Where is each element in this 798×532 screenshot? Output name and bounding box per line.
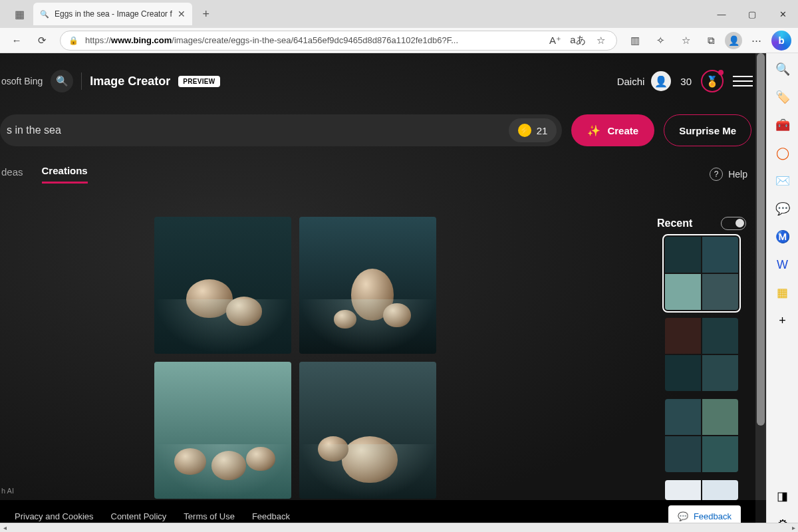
address-bar[interactable]: 🔒 https://www.bing.com/images/create/egg… xyxy=(60,31,617,51)
back-button[interactable]: ← xyxy=(5,29,28,52)
recent-set[interactable] xyxy=(665,480,738,500)
prompt-input[interactable] xyxy=(7,124,509,136)
rewards-icon[interactable]: 🏅 xyxy=(701,70,724,92)
tab-creations[interactable]: Creations xyxy=(42,165,88,184)
window-close-button[interactable]: ✕ xyxy=(767,0,798,28)
product-title: Image Creator xyxy=(90,74,170,88)
tab-close-icon[interactable]: ✕ xyxy=(178,9,186,19)
sidebar-app-icon[interactable]: ▦ xyxy=(775,285,791,301)
search-icon[interactable]: 🔍 xyxy=(51,70,73,92)
prompt-field[interactable]: ⚡ 21 xyxy=(0,114,562,146)
creations-gallery xyxy=(154,217,436,499)
boost-pill[interactable]: ⚡ 21 xyxy=(509,118,557,142)
footer-feedback-link[interactable]: Feedback xyxy=(252,511,290,521)
feedback-label: Feedback xyxy=(694,511,732,521)
user-menu[interactable]: Daichi 👤 xyxy=(617,71,672,91)
help-link[interactable]: ? Help xyxy=(710,168,747,181)
tab-ideas[interactable]: deas xyxy=(1,166,23,183)
extensions-icon[interactable]: ✧ xyxy=(649,29,672,52)
recent-toggle[interactable] xyxy=(721,217,746,230)
window-maximize-button[interactable]: ▢ xyxy=(737,0,767,28)
lock-icon: 🔒 xyxy=(68,36,78,45)
creation-thumb[interactable] xyxy=(299,217,436,354)
sidebar-tools-icon[interactable]: 🧰 xyxy=(775,117,791,133)
new-tab-button[interactable]: + xyxy=(196,4,216,24)
tab-actions-icon[interactable]: ▦ xyxy=(5,0,33,28)
edge-sidebar: 🔍 🏷️ 🧰 ◯ ✉️ 💬 Ⓜ️ W ▦ + ◨ ⚙ xyxy=(766,53,798,532)
page-viewport: osoft Bing 🔍 Image Creator PREVIEW Daich… xyxy=(0,53,766,532)
collections-icon[interactable]: ⧉ xyxy=(700,29,722,52)
tab-title: Eggs in the sea - Image Creator f xyxy=(55,9,172,19)
bing-chat-button[interactable]: b xyxy=(770,29,793,52)
create-label: Create xyxy=(607,125,638,136)
sidebar-search-icon[interactable]: 🔍 xyxy=(775,61,791,77)
refresh-button[interactable]: ⟳ xyxy=(31,29,53,52)
url-text: https://www.bing.com/images/create/eggs-… xyxy=(85,35,541,45)
surprise-label: Surprise Me xyxy=(679,125,736,136)
sidebar-shopping-icon[interactable]: 🏷️ xyxy=(775,89,791,105)
help-icon: ? xyxy=(710,168,723,181)
recent-title: Recent xyxy=(657,217,692,229)
user-avatar-icon: 👤 xyxy=(651,71,671,91)
surprise-button[interactable]: Surprise Me xyxy=(664,114,751,146)
recent-panel: Recent xyxy=(657,217,746,500)
sidebar-office-icon[interactable]: ◯ xyxy=(775,145,791,161)
footer-terms-link[interactable]: Terms of Use xyxy=(184,511,235,521)
sidebar-add-icon[interactable]: + xyxy=(775,313,791,329)
favorites-bar-icon[interactable]: ☆ xyxy=(674,29,697,52)
boost-count: 21 xyxy=(537,125,548,136)
footer-privacy-link[interactable]: Privacy and Cookies xyxy=(15,511,94,521)
sidebar-hide-icon[interactable]: ◨ xyxy=(775,488,791,504)
recent-set[interactable] xyxy=(665,237,738,310)
ai-disclaimer: h AI xyxy=(1,487,14,495)
horizontal-scrollbar[interactable]: ◂ ▸ xyxy=(0,523,798,532)
browser-tab[interactable]: 🔍 Eggs in the sea - Image Creator f ✕ xyxy=(33,3,192,25)
profile-avatar[interactable]: 👤 xyxy=(725,32,742,49)
recent-set[interactable] xyxy=(665,399,738,472)
sidebar-gmail-icon[interactable]: Ⓜ️ xyxy=(775,229,791,245)
chat-icon: 💬 xyxy=(678,511,688,521)
footer-content-link[interactable]: Content Policy xyxy=(111,511,167,521)
creation-thumb[interactable] xyxy=(299,362,436,499)
window-titlebar: ▦ 🔍 Eggs in the sea - Image Creator f ✕ … xyxy=(0,0,798,28)
window-minimize-button[interactable]: — xyxy=(706,0,737,28)
sidebar-word-icon[interactable]: W xyxy=(775,257,791,273)
hamburger-menu-icon[interactable] xyxy=(733,76,753,86)
reading-list-icon[interactable]: ▥ xyxy=(624,29,646,52)
sidebar-messenger-icon[interactable]: 💬 xyxy=(775,201,791,217)
recent-set[interactable] xyxy=(665,318,738,391)
points-count: 30 xyxy=(680,76,692,87)
scroll-left-icon[interactable]: ◂ xyxy=(0,524,9,531)
read-aloud-icon[interactable]: A⁺ xyxy=(547,29,563,52)
wand-icon: ✨ xyxy=(587,124,600,137)
preview-badge: PREVIEW xyxy=(178,76,219,87)
user-name: Daichi xyxy=(617,76,645,87)
scroll-right-icon[interactable]: ▸ xyxy=(789,524,798,531)
sidebar-outlook-icon[interactable]: ✉️ xyxy=(775,173,791,189)
browser-toolbar: ← ⟳ 🔒 https://www.bing.com/images/create… xyxy=(0,28,798,53)
creation-thumb[interactable] xyxy=(154,217,291,354)
translate-icon[interactable]: aあ xyxy=(570,29,586,52)
favorite-icon[interactable]: ☆ xyxy=(593,29,608,52)
help-label: Help xyxy=(728,169,747,180)
creation-thumb[interactable] xyxy=(154,362,291,499)
create-button[interactable]: ✨ Create xyxy=(571,114,654,146)
page-scrollbar[interactable] xyxy=(755,53,766,500)
boost-icon: ⚡ xyxy=(518,124,531,137)
brand-label: osoft Bing xyxy=(1,76,43,86)
tab-favicon-icon: 🔍 xyxy=(40,9,49,19)
divider xyxy=(81,72,82,90)
more-menu-icon[interactable]: ⋯ xyxy=(745,29,767,52)
